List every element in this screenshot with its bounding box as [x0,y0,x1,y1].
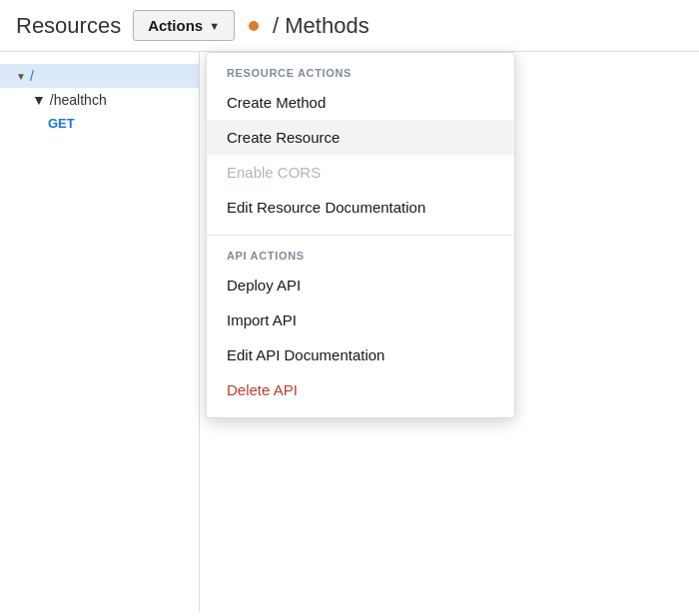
resource-actions-label: RESOURCE ACTIONS [207,63,514,85]
menu-item-edit-api-doc[interactable]: Edit API Documentation [207,337,514,372]
menu-item-edit-resource-doc[interactable]: Edit Resource Documentation [207,190,514,225]
sidebar-item-healthcheck[interactable]: ▼ /healthch [0,88,199,112]
sidebar: ▼ / ▼ /healthch GET [0,52,200,611]
sidebar-item-root[interactable]: ▼ / [0,64,199,88]
menu-item-import-api[interactable]: Import API [207,303,514,337]
resources-label: Resources [16,13,121,39]
get-badge: GET [48,116,75,131]
menu-item-create-resource[interactable]: Create Resource [207,120,514,155]
actions-button-label: Actions [148,17,203,34]
api-actions-section: API ACTIONS Deploy API Import API Edit A… [207,235,514,417]
menu-item-delete-api[interactable]: Delete API [207,372,514,407]
dropdown-menu: RESOURCE ACTIONS Create Method Create Re… [206,52,515,418]
menu-item-create-method[interactable]: Create Method [207,85,514,120]
sidebar-child-label: /healthch [50,92,107,108]
caret-icon-child: ▼ [32,92,46,108]
api-actions-label: API ACTIONS [207,246,514,268]
sidebar-item-get[interactable]: GET [0,112,199,135]
menu-item-deploy-api[interactable]: Deploy API [207,268,514,303]
menu-item-enable-cors: Enable CORS [207,155,514,190]
orange-dot-indicator [247,19,261,33]
sidebar-root-label: / [30,68,34,84]
page-title: / Methods [273,13,369,39]
top-bar: Resources Actions ▼ / Methods [0,0,699,52]
resource-actions-section: RESOURCE ACTIONS Create Method Create Re… [207,53,514,235]
actions-button[interactable]: Actions ▼ [133,10,235,41]
caret-icon: ▼ [16,71,26,82]
chevron-down-icon: ▼ [209,20,220,32]
